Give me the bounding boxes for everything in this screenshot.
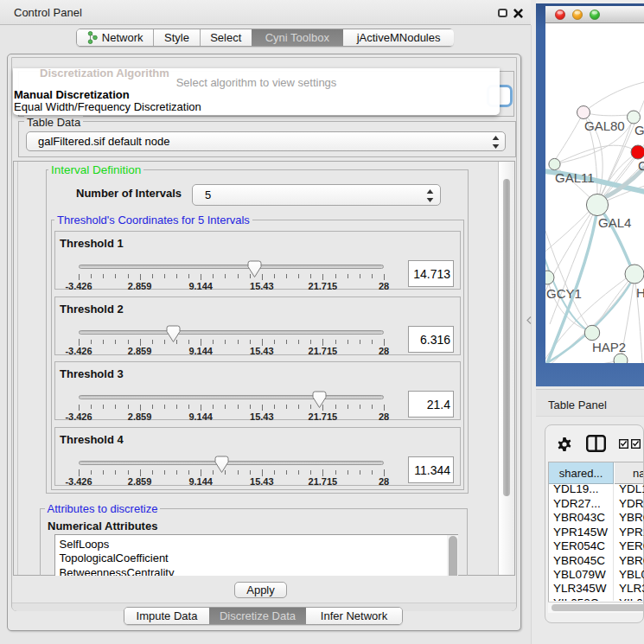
svg-text:GA: GA (634, 123, 644, 137)
svg-text:GAL80: GAL80 (584, 118, 625, 133)
svg-text:GAL4: GAL4 (598, 215, 631, 230)
svg-text:C: C (638, 158, 644, 173)
svg-text:GCY1: GCY1 (546, 286, 582, 301)
svg-text:H: H (636, 285, 644, 300)
svg-text:HAP2: HAP2 (592, 340, 626, 354)
svg-text:GAL11: GAL11 (555, 170, 595, 185)
